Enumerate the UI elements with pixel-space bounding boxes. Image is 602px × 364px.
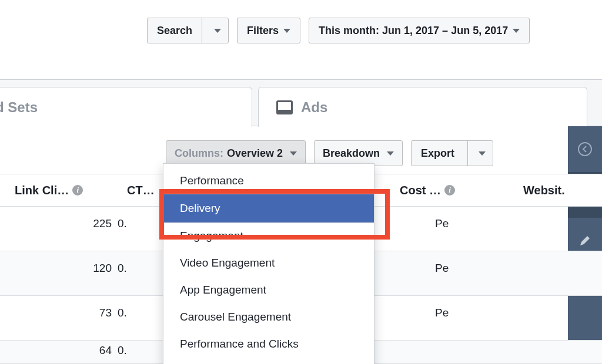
- column-header-website[interactable]: Websit.: [517, 184, 571, 197]
- tab-ads-label: Ads: [301, 99, 327, 116]
- column-header-text: Link Cli…: [15, 184, 69, 197]
- tab-ad-sets[interactable]: d Sets: [0, 87, 252, 127]
- caret-down-icon: [214, 29, 221, 33]
- breakdown-button[interactable]: Breakdown: [314, 140, 403, 166]
- cell-link-clicks: 120: [0, 262, 112, 275]
- search-button-group: Search: [147, 18, 229, 43]
- cell-ctr: 0.: [118, 262, 127, 275]
- caret-down-icon: [283, 29, 290, 33]
- dropdown-item-video-engagement[interactable]: Video Engagement: [163, 250, 374, 277]
- dropdown-item-engagement[interactable]: Engagement: [163, 223, 374, 250]
- cell-ctr: 0.: [118, 306, 127, 319]
- export-button-group: Export: [411, 140, 493, 166]
- date-range-button[interactable]: This month: Jun 1, 2017 – Jun 5, 2017: [309, 18, 530, 43]
- columns-prefix: Columns:: [175, 147, 223, 160]
- dropdown-item-app-engagement[interactable]: App Engagement: [163, 277, 374, 304]
- chevron-left-circle-icon: [577, 141, 593, 157]
- cell-cost: Pe: [435, 262, 449, 275]
- cell-link-clicks: 225: [0, 217, 112, 230]
- filters-label: Filters: [247, 25, 279, 37]
- cell-ctr: 0.: [118, 344, 127, 357]
- dropdown-item-carousel-engagement[interactable]: Carousel Engagement: [163, 304, 374, 331]
- columns-value: Overview 2: [227, 147, 283, 160]
- filters-button[interactable]: Filters: [237, 18, 300, 43]
- dropdown-item-delivery[interactable]: Delivery: [163, 194, 374, 223]
- info-icon[interactable]: i: [444, 185, 455, 196]
- export-label: Export: [421, 147, 454, 160]
- rail-collapse-button[interactable]: [568, 126, 602, 172]
- column-header-link-clicks[interactable]: Link Cli… i: [9, 184, 89, 197]
- date-range-label: This month: Jun 1, 2017 – Jun 5, 2017: [319, 25, 508, 37]
- cell-cost: Pe: [435, 217, 449, 230]
- caret-down-icon: [290, 151, 297, 156]
- tab-ad-sets-label: d Sets: [0, 99, 38, 116]
- column-header-cost[interactable]: Cost … i: [394, 184, 461, 197]
- columns-dropdown-menu: Performance Delivery Engagement Video En…: [163, 163, 374, 364]
- search-button[interactable]: Search: [148, 18, 202, 43]
- dropdown-item-performance[interactable]: Performance: [163, 167, 374, 194]
- column-header-text: CT…: [127, 184, 155, 197]
- export-button[interactable]: Export: [412, 141, 464, 166]
- cell-ctr: 0.: [118, 217, 127, 230]
- column-header-text: Websit.: [523, 184, 565, 197]
- cell-link-clicks: 64: [0, 344, 112, 357]
- caret-down-icon: [513, 29, 520, 33]
- dropdown-item-cross-device[interactable]: Cross-Device: [163, 358, 374, 364]
- column-header-ctr[interactable]: CT…: [121, 184, 160, 197]
- info-icon[interactable]: i: [72, 185, 83, 196]
- column-header-text: Cost …: [400, 184, 441, 197]
- search-dropdown-toggle[interactable]: [202, 18, 228, 43]
- export-dropdown-toggle[interactable]: [467, 141, 493, 166]
- breakdown-label: Breakdown: [323, 147, 380, 160]
- dropdown-item-performance-and-clicks[interactable]: Performance and Clicks: [163, 331, 374, 358]
- tab-ads[interactable]: Ads: [258, 87, 587, 127]
- cell-link-clicks: 73: [0, 306, 112, 319]
- svg-point-0: [578, 143, 591, 156]
- cell-cost: Pe: [435, 306, 449, 319]
- top-toolbar: Search Filters This month: Jun 1, 2017 –…: [147, 18, 530, 43]
- columns-button[interactable]: Columns: Overview 2: [166, 140, 306, 166]
- ads-icon: [276, 100, 293, 114]
- caret-down-icon: [387, 151, 394, 156]
- caret-down-icon: [479, 151, 486, 156]
- tabs-row: d Sets Ads: [0, 79, 602, 126]
